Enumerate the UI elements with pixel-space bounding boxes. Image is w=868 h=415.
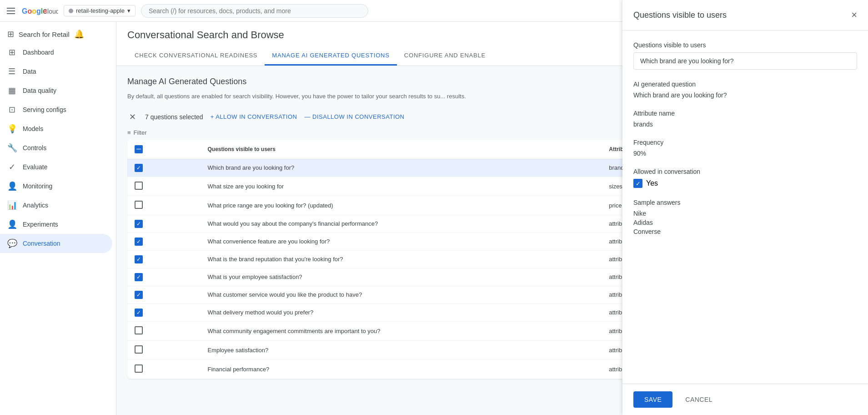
row-checkbox-10[interactable] — [135, 345, 143, 354]
svg-text:Cloud: Cloud — [43, 8, 58, 15]
chevron-down-icon: ▾ — [127, 7, 130, 14]
row-checkbox-cell-7 — [127, 286, 201, 304]
disallow-in-conversation-button[interactable]: — DISALLOW IN CONVERSATION — [304, 113, 404, 120]
row-question-4: What convenience feature are you looking… — [201, 233, 602, 250]
sidebar-item-dashboard[interactable]: ⊞ Dashboard — [0, 43, 112, 62]
row-question-5: What is the brand reputation that you're… — [201, 250, 602, 268]
row-question-2: What price range are you looking for? (u… — [201, 196, 602, 215]
sidebar-item-label-data-quality: Data quality — [23, 87, 56, 94]
panel-ai-question-value: Which brand are you looking for? — [633, 91, 857, 99]
sidebar-item-evaluate[interactable]: ✓ Evaluate — [0, 157, 112, 177]
row-question-7: What customer service would you like the… — [201, 286, 602, 304]
row-question-9: What community engagement commitments ar… — [201, 321, 602, 340]
select-all-checkbox[interactable] — [135, 145, 143, 153]
sidebar-nav: ⊞ Dashboard ☰ Data ▦ Data quality ⊡ Serv… — [0, 43, 116, 253]
panel-sample-answers-section: Sample answers NikeAdidasConverse — [633, 199, 857, 235]
panel-ai-question-label: AI generated question — [633, 81, 857, 88]
row-checkbox-6[interactable] — [135, 273, 143, 281]
row-checkbox-11[interactable] — [135, 364, 143, 373]
panel-body: Questions visible to users AI generated … — [622, 30, 868, 384]
sidebar-item-label-data: Data — [23, 68, 36, 75]
sidebar-item-monitoring[interactable]: 👤 Monitoring — [0, 177, 112, 196]
row-checkbox-1[interactable] — [135, 182, 143, 190]
filter-label: Filter — [134, 129, 147, 136]
tab-configure[interactable]: CONFIGURE AND ENABLE — [397, 46, 493, 66]
row-checkbox-9[interactable] — [135, 326, 143, 334]
row-question-1: What size are you looking for — [201, 177, 602, 196]
sidebar: ⊞ Search for Retail 🔔 ⊞ Dashboard ☰ Data… — [0, 22, 116, 415]
row-question-8: What delivery method would you prefer? — [201, 304, 602, 321]
row-checkbox-cell-9 — [127, 321, 201, 340]
sidebar-item-conversation[interactable]: 💬 Conversation — [0, 234, 112, 253]
models-icon: 💡 — [7, 124, 16, 134]
row-checkbox-cell-6 — [127, 268, 201, 286]
panel-overlay: Questions visible to users × Questions v… — [622, 22, 868, 415]
monitoring-icon: 👤 — [7, 181, 16, 191]
row-checkbox-cell-3 — [127, 215, 201, 233]
sample-answers-list: NikeAdidasConverse — [633, 210, 857, 235]
sidebar-item-data-quality[interactable]: ▦ Data quality — [0, 81, 112, 100]
save-button[interactable]: SAVE — [633, 391, 672, 408]
allowed-checkbox[interactable] — [633, 179, 642, 188]
data-icon: ☰ — [7, 66, 16, 76]
experiments-icon: 👤 — [7, 219, 16, 229]
evaluate-icon: ✓ — [7, 162, 16, 172]
clear-selection-button[interactable]: ✕ — [127, 110, 138, 124]
sidebar-item-label-monitoring: Monitoring — [23, 182, 52, 190]
allowed-yes-label: Yes — [646, 179, 658, 187]
search-input[interactable] — [141, 4, 368, 18]
row-checkbox-8[interactable] — [135, 309, 143, 317]
sidebar-item-analytics[interactable]: 📊 Analytics — [0, 196, 112, 215]
sidebar-title: Search for Retail — [19, 30, 70, 38]
panel-allowed-label: Allowed in conversation — [633, 168, 857, 175]
sample-answer-2: Converse — [633, 228, 857, 235]
row-checkbox-3[interactable] — [135, 220, 143, 228]
tab-manage[interactable]: MANAGE AI GENERATED QUESTIONS — [265, 46, 396, 66]
row-checkbox-2[interactable] — [135, 201, 143, 209]
panel-allowed-section: Allowed in conversation Yes — [633, 168, 857, 188]
row-checkbox-4[interactable] — [135, 238, 143, 246]
row-question-11: Financial performance? — [201, 359, 602, 379]
row-checkbox-cell-4 — [127, 233, 201, 250]
sidebar-header: ⊞ Search for Retail 🔔 — [0, 22, 116, 43]
panel-frequency-value: 90% — [633, 150, 857, 157]
sidebar-item-serving-configs[interactable]: ⊡ Serving configs — [0, 100, 112, 119]
row-question-3: What would you say about the company's f… — [201, 215, 602, 233]
allow-in-conversation-button[interactable]: + ALLOW IN CONVERSATION — [211, 113, 297, 120]
tab-check[interactable]: CHECK CONVERSATIONAL READINESS — [127, 46, 265, 66]
row-checkbox-0[interactable] — [135, 164, 143, 172]
project-selector[interactable]: retail-testing-apple ▾ — [64, 5, 135, 16]
row-question-10: Employee satisfaction? — [201, 340, 602, 359]
allowed-row: Yes — [633, 179, 857, 188]
bell-icon[interactable]: 🔔 — [74, 29, 84, 39]
row-checkbox-cell-0 — [127, 159, 201, 177]
row-checkbox-cell-1 — [127, 177, 201, 196]
menu-button[interactable] — [5, 5, 16, 16]
row-checkbox-5[interactable] — [135, 255, 143, 263]
sidebar-item-label-evaluate: Evaluate — [23, 163, 47, 171]
sample-answer-1: Adidas — [633, 219, 857, 226]
sidebar-item-controls[interactable]: 🔧 Controls — [0, 138, 112, 157]
sidebar-item-label-experiments: Experiments — [23, 221, 58, 228]
panel-question-input[interactable] — [633, 52, 857, 70]
serving-configs-icon: ⊡ — [7, 105, 16, 115]
panel-sample-answers-label: Sample answers — [633, 199, 857, 206]
panel-footer: SAVE CANCEL — [622, 384, 868, 415]
panel-ai-question-section: AI generated question Which brand are yo… — [633, 81, 857, 99]
col-header-question: Questions visible to users — [201, 140, 602, 159]
sidebar-item-data[interactable]: ☰ Data — [0, 62, 112, 81]
row-checkbox-cell-8 — [127, 304, 201, 321]
row-checkbox-cell-11 — [127, 359, 201, 379]
sidebar-item-label-controls: Controls — [23, 144, 46, 152]
cancel-button[interactable]: CANCEL — [678, 391, 720, 408]
sidebar-item-models[interactable]: 💡 Models — [0, 119, 112, 138]
row-checkbox-cell-10 — [127, 340, 201, 359]
row-checkbox-7[interactable] — [135, 291, 143, 299]
sidebar-item-label-analytics: Analytics — [23, 202, 48, 209]
sidebar-item-experiments[interactable]: 👤 Experiments — [0, 215, 112, 234]
sample-answer-0: Nike — [633, 210, 857, 217]
panel-attribute-label: Attribute name — [633, 110, 857, 117]
sidebar-item-label-conversation: Conversation — [23, 240, 60, 247]
sidebar-item-label-dashboard: Dashboard — [23, 49, 54, 56]
row-question-0: Which brand are you looking for? — [201, 159, 602, 177]
